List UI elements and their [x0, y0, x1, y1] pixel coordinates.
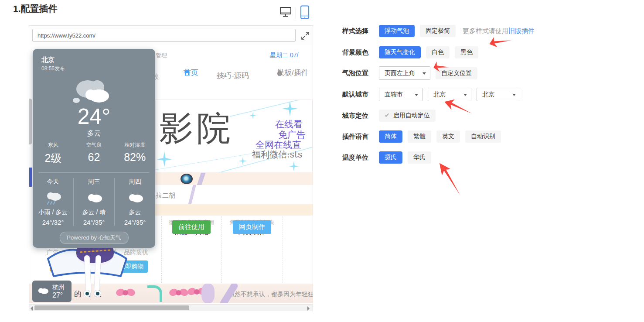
card-button[interactable]: 前往使用 [172, 220, 211, 234]
rain-cloud-icon [44, 190, 63, 205]
scroll-left-arrow[interactable] [31, 306, 33, 311]
desktop-monitor-icon[interactable] [279, 6, 292, 20]
widget-publish-time: 08:55发布 [41, 65, 65, 72]
annotation-arrow [490, 39, 512, 52]
district-dropdown[interactable]: 北京 [477, 88, 520, 101]
anime-strip [155, 204, 313, 216]
mini-city: 杭州 [52, 284, 65, 291]
mini-weather-bubble[interactable]: 杭州 27° [32, 281, 72, 302]
divider [296, 7, 296, 19]
province-dropdown[interactable]: 直辖市 [379, 88, 423, 101]
banner-wechat: 福利微信:sts [252, 149, 302, 161]
setting-row-position: 气泡位置 页面左上角 自定义位置 [342, 66, 483, 80]
lang-option-traditional[interactable]: 繁體 [408, 130, 431, 143]
cloud-icon [36, 286, 50, 297]
widget-forecast: 今天 小雨 / 多云 24°/32° 周三 [33, 178, 155, 226]
banner-title: 影院 [159, 111, 234, 145]
device-toggle [279, 5, 310, 21]
anime-character-shoe [94, 290, 101, 297]
setting-row-language: 插件语言 简体 繁體 英文 自动识别 [342, 130, 506, 143]
ribbon-decoration [201, 284, 215, 303]
position-dropdown[interactable]: 页面左上角 [379, 66, 430, 80]
teal-decoration [147, 285, 162, 302]
setting-label: 背景颜色 [342, 48, 371, 57]
setting-label: 气泡位置 [342, 69, 371, 77]
site-header-admin: 管理 [156, 51, 167, 59]
divider [39, 172, 149, 173]
annotation-arrow [438, 157, 477, 170]
preview-url-input[interactable] [32, 29, 296, 42]
lang-option-simplified[interactable]: 简体 [379, 130, 402, 143]
unit-option-fahrenheit[interactable]: 华氏 [408, 151, 431, 164]
anime-hair [196, 173, 206, 185]
widget-stats: 东风2级 空气良62 相对湿度82% [33, 141, 155, 165]
site-card: 二次元 高速稳定 传和分享 立即 [283, 216, 313, 284]
mobile-phone-icon[interactable] [300, 5, 310, 21]
site-banner: 影院 在线看 免广告 全网在线直 福利微信:sts [155, 99, 313, 173]
site-header-date: 星期二 07/ [270, 51, 298, 59]
footer-text: 虽然不想承认，都是因为年轻狂 [228, 291, 313, 298]
site-nav-code[interactable]: </> 技巧-源码 [217, 72, 226, 79]
setting-row-temp-unit: 温度单位 摄氏 华氏 [342, 151, 436, 164]
site-card: 记磊工具箱 各类工具汇集API 微信游戏站长应用 前往使用 [161, 216, 221, 284]
widget-condition: 多云 [33, 129, 155, 138]
cloud-icon [85, 190, 104, 205]
site-card: 网页制作 免费制作各类网页 HTML表白页趣味 网页制作 [221, 216, 283, 284]
setting-label: 插件语言 [342, 133, 371, 141]
fullscreen-expand-icon[interactable] [300, 31, 310, 41]
bg-option-black[interactable]: 黑色 [455, 46, 478, 58]
unit-option-celsius[interactable]: 摄氏 [379, 151, 402, 164]
chevron-down-icon [415, 94, 418, 98]
chevron-down-icon [512, 94, 516, 98]
setting-label: 默认城市 [342, 90, 371, 99]
page-fragment [29, 99, 32, 144]
lang-option-english[interactable]: 英文 [436, 130, 460, 143]
page-fragment [29, 168, 32, 187]
bow-decoration [169, 286, 188, 301]
card-button[interactable]: 网页制作 [233, 220, 271, 234]
bg-option-weather[interactable]: 随天气变化 [379, 46, 421, 58]
anime-character-shoe [83, 290, 91, 297]
band-text: 拉二胡 [156, 192, 175, 200]
more-styles-hint: 更多样式请使用旧版插件 [463, 27, 535, 35]
annotation-arrow [434, 62, 450, 75]
setting-row-locate: 城市定位 ✔启用自动定位 [342, 110, 441, 122]
scroll-right-arrow[interactable] [307, 306, 310, 311]
chevron-down-icon [423, 72, 426, 76]
plugin-config-page: 1.配置插件 [0, 0, 644, 322]
anime-eye [181, 174, 193, 184]
setting-row-default-city: 默认城市 直辖市 北京 北京 [342, 88, 525, 101]
setting-label: 城市定位 [342, 112, 371, 120]
auto-locate-toggle[interactable]: ✔启用自动定位 [379, 110, 436, 122]
widget-temperature: 24° [33, 104, 155, 129]
style-option-fixed-minimal[interactable]: 固定极简 [420, 25, 456, 37]
preview-panel: 管理 星期二 07/ 数 首页 </> 技巧-源码 模板/插件 [29, 25, 313, 312]
powered-by-badge: Powered by 心知天气 [59, 232, 128, 244]
anime-strip [155, 173, 313, 185]
setting-row-background: 背景颜色 随天气变化 白色 黑色 [342, 46, 484, 58]
text-band: 拉二胡 [155, 185, 313, 204]
setting-label: 温度单位 [342, 154, 371, 162]
annotation-arrow [444, 96, 474, 110]
scrollbar-thumb[interactable] [34, 305, 189, 310]
style-option-floating-bubble[interactable]: 浮动气泡 [379, 25, 415, 37]
bg-option-white[interactable]: 白色 [426, 46, 450, 58]
check-icon: ✔ [385, 112, 390, 119]
weather-widget: 北京 08:55发布 24° 多云 东风2级 空气良62 相对湿度82% [33, 49, 155, 248]
page-title: 1.配置插件 [13, 3, 58, 15]
bow-decoration [116, 286, 135, 301]
setting-label: 样式选择 [342, 27, 371, 35]
cloud-icon [126, 190, 145, 205]
mini-temperature: 27° [52, 291, 63, 299]
horizontal-scrollbar [29, 304, 313, 311]
widget-city: 北京 [41, 56, 55, 64]
anime-hair [187, 185, 197, 204]
lang-option-auto[interactable]: 自动识别 [465, 130, 501, 143]
legacy-plugin-link[interactable]: 旧版插件 [508, 27, 535, 34]
